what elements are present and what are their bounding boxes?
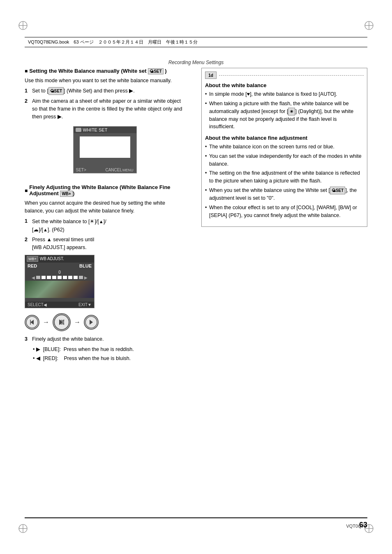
scale-seg-9 xyxy=(79,276,83,279)
wba-red-label: RED xyxy=(28,263,37,268)
step1-white-set: 1 Set to [🌤SET] (White Set) and then pre… xyxy=(25,87,185,95)
info-box-header: 1d xyxy=(205,72,364,79)
scale-seg-5 xyxy=(58,276,62,279)
ws-title-text: WHITE SET xyxy=(83,127,108,132)
about-wbfine-list: The white balance icon on the screen tur… xyxy=(205,143,364,219)
ws-bottom-bar: SET> CANCELMENU xyxy=(74,167,136,173)
wb-bullet-2: When taking a picture with the flash, th… xyxy=(205,100,364,131)
wba-exit-label: EXIT▼ xyxy=(78,302,92,307)
header-bar: VQT0Q78ENG.book 63 ページ ２００５年２月１４日 月曜日 午後… xyxy=(25,37,367,47)
wba-zero: 0 xyxy=(28,270,92,275)
wba-scale-row: 0 ◀ ▶ xyxy=(25,269,94,281)
right-column: 1d About the white balance In simple mod… xyxy=(201,68,367,233)
wb-bullet-1: In simple mode [♥], the white balance is… xyxy=(205,90,364,98)
wbfine-bullet-2: You can set the value independently for … xyxy=(205,152,364,168)
scale-seg-1 xyxy=(36,276,40,279)
step2-white-set: 2 Aim the camera at a sheet of white pap… xyxy=(25,97,185,120)
scale-seg-6 xyxy=(63,276,67,279)
info-box: 1d About the white balance In simple mod… xyxy=(201,68,367,227)
wbfine-bullet-5: When the colour effect is set to any of … xyxy=(205,204,364,219)
white-set-screenshot: WHITE SET SET> CANCELMENU xyxy=(73,126,137,173)
page-title: Recording Menu Settings xyxy=(0,60,392,65)
wba-scale-bar: ◀ ▶ xyxy=(28,275,92,280)
page-code: VQT0Q78 xyxy=(346,524,367,529)
section2-intro: When you cannot acquire the desired hue … xyxy=(25,199,185,215)
scale-seg-8 xyxy=(74,276,78,279)
left-column: Setting the White Balance manually (Whit… xyxy=(25,68,185,364)
ws-set-label: SET> xyxy=(76,168,86,172)
about-wb-title: About the white balance xyxy=(205,82,364,88)
reg-mark-tr xyxy=(363,20,375,31)
wb-fine-icon: WB+ xyxy=(60,191,73,197)
nav-circle-center xyxy=(53,313,71,331)
substep-blue: • ▶ [BLUE]: Press when the hue is reddis… xyxy=(33,346,185,353)
white-set-icon: 🌤SET xyxy=(48,87,64,95)
section2-heading: Finely Adjusting the White Balance (Whit… xyxy=(25,184,185,197)
scale-seg-4 xyxy=(52,276,56,279)
step2-wbadj: 2 Press ▲ several times until[WB ADJUST.… xyxy=(25,236,185,252)
wba-bottom-bar: SELECT◀ EXIT▼ xyxy=(25,302,94,308)
ws-cancel-label: CANCELMENU xyxy=(105,168,134,172)
dashed-separator xyxy=(219,75,364,76)
nav-arrow-right-text2: → xyxy=(74,319,81,326)
wba-rb-row: RED BLUE xyxy=(25,263,94,269)
nav-arrows-illustration: → → xyxy=(25,313,185,331)
reg-mark-tl xyxy=(17,20,29,31)
wba-image-area xyxy=(25,281,94,298)
nav-arrow-right-text: → xyxy=(43,319,49,326)
wb-set-inline-icon: 🌤SET xyxy=(330,187,345,194)
info-icon: 1d xyxy=(205,72,217,79)
step1-wbadj: 1 Set the white balance to [☀]/[▲]/[☁]/[… xyxy=(25,217,185,234)
nav-circle-left xyxy=(25,315,39,330)
ws-white-area xyxy=(80,136,130,158)
scale-seg-7 xyxy=(68,276,72,279)
wb-daylight-icon: ☀ xyxy=(288,108,295,115)
about-wb-list: In simple mode [♥], the white balance is… xyxy=(205,90,364,131)
ws-camera-icon xyxy=(76,128,81,132)
section1-intro: Use this mode when you want to set the w… xyxy=(25,77,185,85)
scale-seg-3 xyxy=(47,276,51,279)
footer-bar: 63 xyxy=(25,517,367,529)
wbfine-bullet-1: The white balance icon on the screen tur… xyxy=(205,143,364,151)
page-container: VQT0Q78ENG.book 63 ページ ２００５年２月１４日 月曜日 午後… xyxy=(0,0,392,554)
wbfine-bullet-3: The setting on the fine adjustment of th… xyxy=(205,169,364,185)
ws-title-bar: WHITE SET xyxy=(74,127,136,133)
step3-wbadj: 3 Finely adjust the white balance. xyxy=(25,335,185,343)
wb-adjust-screenshot: WB+ WB ADJUST. RED BLUE 0 ◀ xyxy=(25,255,95,308)
section1-heading: Setting the White Balance manually (Whit… xyxy=(25,68,185,74)
nav-circle-right xyxy=(84,315,99,330)
white-set-inline-icon: 🌤SET xyxy=(148,68,163,74)
substep-red: • ◀ [RED]: Press when the hue is bluish. xyxy=(33,355,185,362)
about-wbfine-title: About the white balance fine adjustment xyxy=(205,135,364,141)
wba-blue-label: BLUE xyxy=(79,263,92,268)
header-text: VQT0Q78ENG.book 63 ページ ２００５年２月１４日 月曜日 午後… xyxy=(28,39,198,44)
wbfine-bullet-4: When you set the white balance using the… xyxy=(205,187,364,202)
content-area: Setting the White Balance manually (Whit… xyxy=(25,68,367,505)
wba-title-bar: WB+ WB ADJUST. xyxy=(25,255,94,263)
scale-seg-2 xyxy=(42,276,46,279)
wba-icon: WB+ xyxy=(27,256,38,262)
wba-title-text: WB ADJUST. xyxy=(40,256,64,261)
wba-select-label: SELECT◀ xyxy=(28,302,47,307)
